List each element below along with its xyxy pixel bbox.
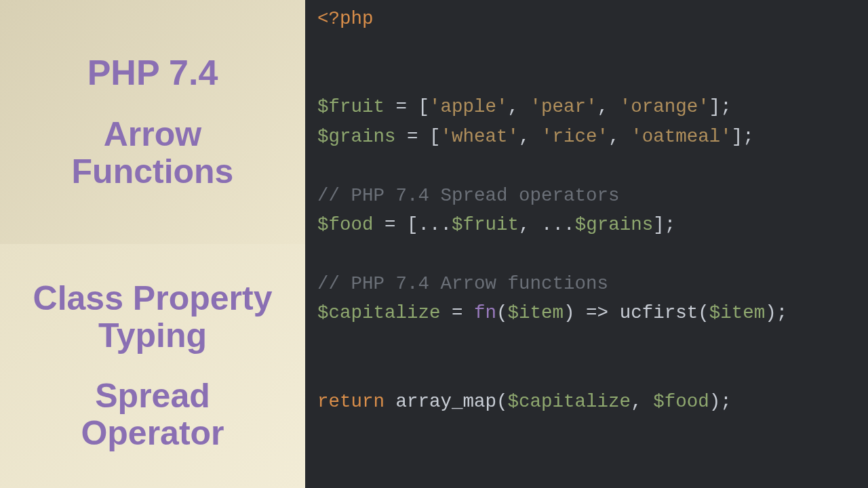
code-var-food: $food: [317, 214, 374, 235]
sidebar-bottom-title: Class PropertyTyping: [33, 280, 273, 354]
sidebar: PHP 7.4 ArrowFunctions Class PropertyTyp…: [0, 0, 305, 488]
sidebar-panel-top: PHP 7.4 ArrowFunctions: [0, 0, 305, 244]
code-comment-spread: // PHP 7.4 Spread operators: [317, 185, 620, 206]
code-keyword-return: return: [317, 391, 384, 412]
code-fn-arraymap: array_map: [396, 391, 497, 412]
code-keyword-fn: fn: [474, 302, 496, 323]
code-comment-arrow: // PHP 7.4 Arrow functions: [317, 273, 608, 294]
sidebar-bottom-subtitle: SpreadOperator: [81, 378, 224, 452]
code-open-tag: <?php: [317, 8, 374, 29]
code-var-capitalize: $capitalize: [317, 302, 441, 323]
code-var-fruit: $fruit: [317, 96, 384, 117]
code-var-grains: $grains: [317, 126, 396, 147]
sidebar-top-title: PHP 7.4: [87, 54, 218, 92]
sidebar-top-subtitle: ArrowFunctions: [72, 116, 234, 190]
code-editor[interactable]: <?php $fruit = ['apple', 'pear', 'orange…: [305, 0, 868, 488]
sidebar-panel-bottom: Class PropertyTyping SpreadOperator: [0, 244, 305, 488]
code-fn-ucfirst: ucfirst: [620, 302, 698, 323]
